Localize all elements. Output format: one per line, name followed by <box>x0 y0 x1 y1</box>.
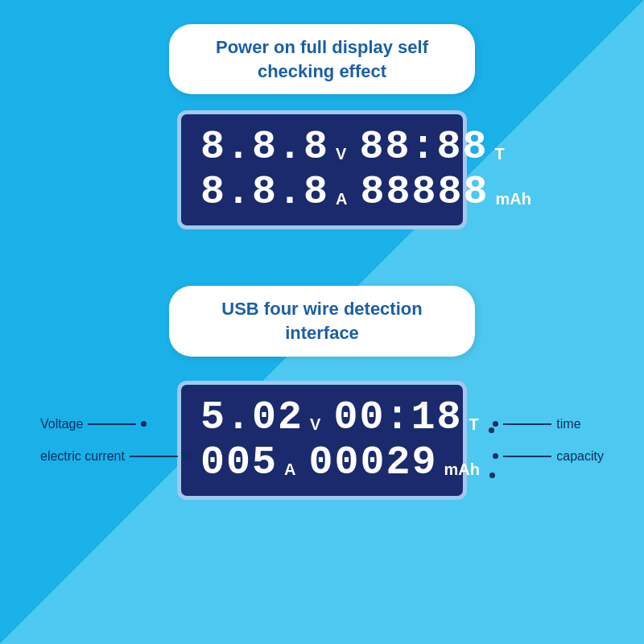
voltage-label-left: Voltage <box>40 417 188 431</box>
current-label-text: electric current <box>40 449 125 464</box>
current-label-left: electric current <box>40 449 188 464</box>
current-connector <box>130 456 178 457</box>
section1-capacity-unit: mAh <box>496 190 531 208</box>
time-label-right: time <box>493 417 604 431</box>
section2-current-unit: A <box>284 460 295 479</box>
section2-row1: 5.02 V 00:18 T <box>200 398 444 438</box>
section1-capacity-value: 88888 <box>360 172 489 213</box>
voltage-label-text: Voltage <box>40 417 83 431</box>
section1-bubble: Power on full display self checking effe… <box>169 24 475 94</box>
section1-voltage-unit: V <box>336 145 346 163</box>
section2-voltage-unit: V <box>310 415 320 434</box>
section1-voltage-value: 8.8.8 <box>200 127 329 167</box>
section1-row1: 8.8.8 V 88:88 T <box>200 127 444 167</box>
right-labels: time capacity <box>493 417 604 464</box>
section2-display: 5.02 V 00:18 T 005 A 00029 mAh <box>177 381 467 500</box>
section2-time-unit: T <box>469 415 478 434</box>
section1-display: 8.8.8 V 88:88 T 8.8.8 A 88888 mAh <box>177 110 467 229</box>
left-labels: Voltage electric current <box>40 417 188 464</box>
current-dot <box>183 453 188 459</box>
section2-time-value: 00:18 <box>333 398 462 438</box>
section2-voltage-value: 5.02 <box>200 398 303 438</box>
section1-current-value: 8.8.8 <box>200 172 329 213</box>
main-content: Power on full display self checking effe… <box>0 0 644 500</box>
section1-time-value: 88:88 <box>359 127 488 167</box>
capacity-label-right: capacity <box>493 449 604 464</box>
capacity-right-dot <box>489 473 495 478</box>
section2-capacity-value: 00029 <box>308 443 437 483</box>
time-right-connector <box>503 423 551 425</box>
section1-row2: 8.8.8 A 88888 mAh <box>200 172 444 213</box>
section1-bubble-text: Power on full display self checking effe… <box>216 37 428 81</box>
section2-bubble: USB four wire detection interface <box>169 286 475 356</box>
section2-current-value: 005 <box>200 443 278 483</box>
voltage-dot <box>141 421 147 427</box>
capacity-label-text: capacity <box>556 449 604 464</box>
section2-row2: 005 A 00029 mAh <box>200 443 444 483</box>
capacity-right-connector <box>503 456 551 457</box>
section2-labeled-section: Voltage electric current 5.02 V 00:18 T <box>40 381 604 500</box>
capacity-right-label-dot <box>493 453 498 459</box>
section2-capacity-unit: mAh <box>444 460 480 479</box>
section2-bubble-text: USB four wire detection interface <box>221 299 422 343</box>
time-right-label-dot <box>493 421 498 427</box>
section1-time-unit: T <box>494 145 504 163</box>
time-label-text: time <box>556 417 580 431</box>
voltage-connector <box>88 423 136 425</box>
section1-current-unit: A <box>336 190 347 208</box>
